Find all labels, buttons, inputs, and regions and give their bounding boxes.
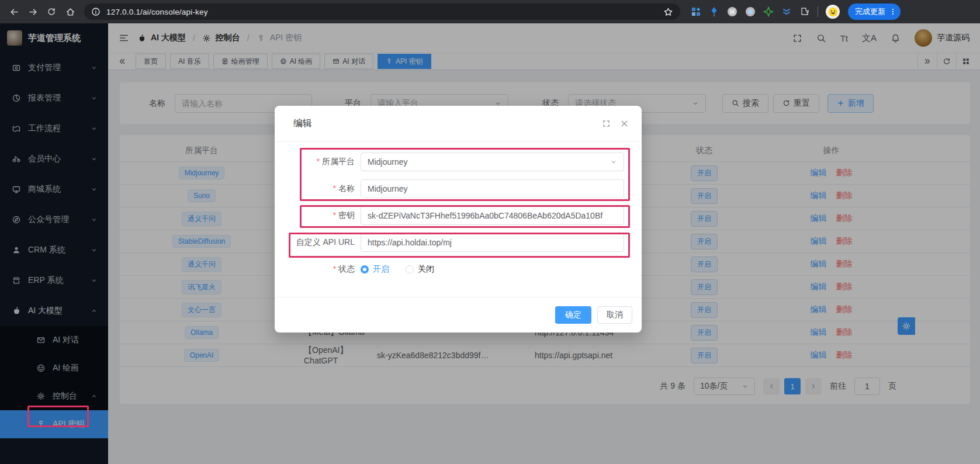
browser-toolbar: 127.0.0.1/ai/console/api-key ⌘ 完成更新: [0, 0, 980, 23]
dialog-title: 编辑: [293, 117, 312, 130]
dialog-close-icon[interactable]: [620, 119, 629, 128]
extension-star-icon[interactable]: [763, 6, 774, 17]
reload-icon: [47, 7, 56, 16]
more-vertical-icon[interactable]: [889, 8, 897, 16]
address-bar[interactable]: 127.0.0.1/ai/console/api-key: [84, 4, 680, 20]
chrome-update-label: 完成更新: [855, 6, 885, 17]
status-radio-on[interactable]: 开启: [361, 264, 389, 275]
radio-unselected-icon: [406, 265, 414, 273]
dialog-fullscreen-icon[interactable]: [602, 119, 611, 128]
url-text[interactable]: 127.0.0.1/ai/console/api-key: [106, 8, 657, 16]
status-on-label: 开启: [373, 264, 389, 275]
extension-command-icon[interactable]: ⌘: [727, 6, 737, 17]
bookmark-star-icon[interactable]: [663, 7, 673, 17]
extension-chevrons-icon[interactable]: [781, 6, 792, 17]
extensions-puzzle-icon[interactable]: [799, 6, 810, 17]
status-radio-group: 开启 关闭: [361, 264, 434, 275]
forward-arrow-icon: [28, 7, 38, 17]
status-radio-off[interactable]: 关闭: [406, 264, 434, 275]
back-arrow-icon: [9, 7, 19, 17]
extensions-zone: ⌘: [691, 5, 840, 19]
browser-home-button[interactable]: [62, 4, 78, 20]
svg-text:⌘: ⌘: [729, 9, 735, 15]
chrome-update-button[interactable]: 完成更新: [848, 4, 901, 20]
home-icon: [65, 7, 75, 17]
cancel-button[interactable]: 取消: [597, 306, 632, 324]
browser-forward-button[interactable]: [25, 4, 41, 20]
status-field-label: 状态: [275, 264, 355, 275]
dialog-header-actions: [602, 119, 629, 128]
radio-selected-icon: [361, 265, 369, 273]
site-info-icon[interactable]: [91, 7, 101, 16]
confirm-button[interactable]: 确定: [555, 306, 591, 324]
browser-reload-button[interactable]: [43, 4, 60, 20]
extension-dot-icon[interactable]: [745, 6, 756, 17]
annotation-box-sidebar-api-key: [27, 406, 89, 427]
form-row-status: 状态 开启 关闭: [275, 260, 642, 279]
browser-profile-avatar[interactable]: [826, 5, 840, 19]
annotation-box-platform-name: [300, 148, 630, 201]
toolbar-divider: [818, 6, 818, 17]
status-off-label: 关闭: [418, 264, 434, 275]
annotation-box-url: [289, 233, 630, 258]
dialog-header: 编辑: [275, 106, 642, 142]
dialog-footer: 确定 取消: [275, 297, 642, 333]
extension-grid-icon[interactable]: [691, 6, 701, 17]
annotation-box-key: [300, 205, 630, 228]
browser-back-button[interactable]: [6, 4, 22, 20]
extension-kite-icon[interactable]: [709, 6, 719, 17]
